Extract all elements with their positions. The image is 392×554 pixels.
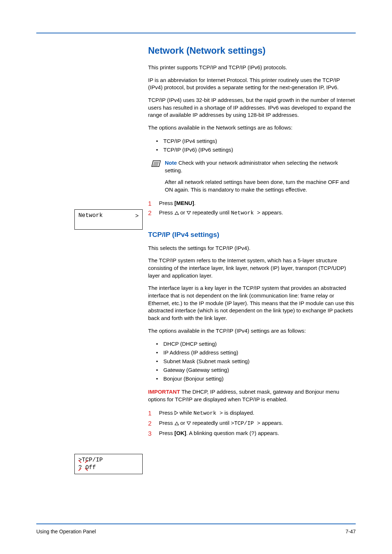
bottom-rule [36,524,356,524]
step-item: 1 Press [MENU]. [148,199,356,208]
list-item: Bonjour (Bonjour setting) [156,374,356,383]
lcd-box: >TCP/IP ? Off [74,454,143,474]
s2-p1: This selects the settings for TCP/IP (IP… [148,245,356,252]
step-number: 2 [148,208,151,218]
list-item: DHCP (DHCP setting) [156,340,356,348]
options-list-2: DHCP (DHCP setting) IP Address (IP addre… [156,340,356,383]
intro-p3: TCP/IP (IPv4) uses 32-bit IP addresses, … [148,97,356,119]
up-arrow-icon [175,211,179,215]
step-number: 1 [148,199,151,209]
options-list-1: TCP/IP (IPv4 settings) TCP/IP (IPv6) (IP… [156,137,356,154]
down-arrow-icon [187,211,191,215]
intro-p1: This printer supports TCP/IP and TCP/IP … [148,64,356,71]
step-item: 3 Press [OK]. A blinking question mark (… [148,429,356,438]
important-block: IMPORTANT The DHCP, IP address, subnet m… [148,388,356,403]
step-text: Press [159,200,175,206]
step-item: 2 Press or repeatedly until >TCP/IP > ap… [148,419,356,428]
ok-key: [OK] [175,430,187,436]
intro-p2: IP is an abbreviation for Internet Proto… [148,77,356,91]
lcd-box: Network > [74,209,143,230]
right-arrow-icon [175,411,178,415]
list-item: IP Address (IP address setting) [156,348,356,357]
note-after: After all network related settings have … [165,178,356,193]
list-item: Subnet Mask (Subnet mask setting) [156,357,356,366]
lcd-display-2: >TCP/IP ? Off [74,454,143,474]
note-body: Check with your network administrator wh… [165,160,338,173]
list-item: TCP/IP (IPv6) (IPv6 settings) [156,145,356,154]
down-arrow-icon [187,422,191,425]
footer-section-title: Using the Operation Panel [36,529,96,534]
note-icon [151,159,161,174]
intro-p4: The options available in the Network set… [148,124,356,132]
footer-page-number: 7-47 [346,529,356,534]
step-item: 2 Press or repeatedly until Network > ap… [148,208,356,218]
lcd-arrow: > [135,213,139,220]
note-block: Note Check with your network administrat… [151,159,356,174]
s2-p2: The TCP/IP system refers to the Internet… [148,257,356,279]
list-item: TCP/IP (IPv4 settings) [156,137,356,145]
note-label: Note [165,160,177,166]
s2-p3: The interface layer is a key layer in th… [148,284,356,322]
main-content: Network (Network settings) This printer … [148,45,356,440]
display-text: Network > [231,210,260,216]
heading-network: Network (Network settings) [148,45,356,56]
lcd-display-1: Network > [74,209,143,230]
steps-2: 1 Press while Network > is displayed. 2 … [148,409,356,438]
steps-1: 1 Press [MENU]. 2 Press or repeatedly un… [148,199,356,218]
lcd-line1: Network [78,212,103,219]
step-number: 1 [148,409,151,418]
step-number: 2 [148,419,151,428]
list-item: Gateway (Gateway setting) [156,366,356,374]
note-text: Note Check with your network administrat… [165,159,356,174]
step-number: 3 [148,429,151,439]
heading-tcpip: TCP/IP (IPv4 settings) [148,231,356,239]
menu-key: [MENU] [175,200,194,206]
s2-p4: The options available in the TCP/IP (IPv… [148,327,356,335]
top-rule [36,33,356,33]
important-label: IMPORTANT [148,389,180,395]
up-arrow-icon [175,422,179,425]
step-item: 1 Press while Network > is displayed. [148,409,356,418]
